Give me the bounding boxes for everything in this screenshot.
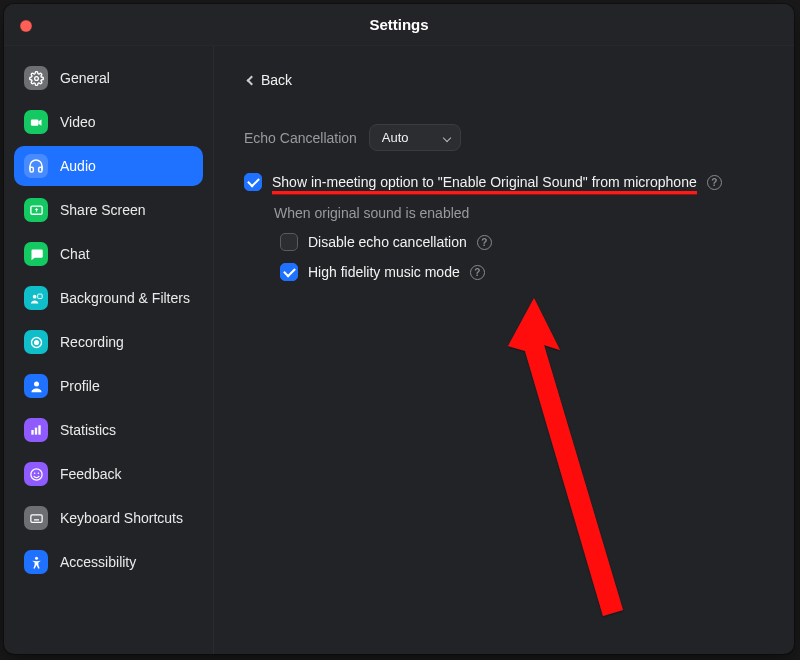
- back-button[interactable]: Back: [244, 66, 296, 94]
- titlebar: Settings: [4, 4, 794, 46]
- accessibility-icon: [24, 550, 48, 574]
- svg-point-3: [32, 294, 36, 298]
- help-icon[interactable]: ?: [477, 235, 492, 250]
- record-icon: [24, 330, 48, 354]
- sidebar-item-feedback[interactable]: Feedback: [14, 454, 203, 494]
- window-body: General Video Audio Share Screen: [4, 46, 794, 654]
- statistics-icon: [24, 418, 48, 442]
- svg-point-6: [34, 340, 38, 344]
- sidebar-item-audio[interactable]: Audio: [14, 146, 203, 186]
- svg-marker-20: [508, 298, 623, 616]
- svg-rect-9: [35, 428, 37, 435]
- sidebar-item-label: Feedback: [60, 466, 121, 482]
- original-sound-subheading: When original sound is enabled: [274, 205, 764, 221]
- svg-rect-14: [30, 514, 41, 522]
- help-icon[interactable]: ?: [707, 175, 722, 190]
- sidebar: General Video Audio Share Screen: [4, 46, 214, 654]
- headphones-icon: [24, 154, 48, 178]
- sidebar-item-label: Video: [60, 114, 96, 130]
- close-window-button[interactable]: [20, 20, 32, 32]
- share-screen-icon: [24, 198, 48, 222]
- sidebar-item-label: Background & Filters: [60, 290, 190, 306]
- sidebar-item-label: Recording: [60, 334, 124, 350]
- sidebar-item-accessibility[interactable]: Accessibility: [14, 542, 203, 582]
- svg-rect-1: [30, 119, 38, 125]
- sidebar-item-video[interactable]: Video: [14, 102, 203, 142]
- sidebar-item-label: Audio: [60, 158, 96, 174]
- high-fidelity-music-mode-checkbox[interactable]: [280, 263, 298, 281]
- high-fidelity-music-mode-label: High fidelity music mode: [308, 264, 460, 280]
- window-title: Settings: [369, 16, 428, 33]
- sidebar-item-general[interactable]: General: [14, 58, 203, 98]
- show-original-sound-checkbox[interactable]: [244, 173, 262, 191]
- svg-point-12: [33, 472, 35, 474]
- back-label: Back: [261, 72, 292, 88]
- disable-echo-cancellation-checkbox[interactable]: [280, 233, 298, 251]
- profile-icon: [24, 374, 48, 398]
- sidebar-item-share-screen[interactable]: Share Screen: [14, 190, 203, 230]
- show-original-sound-label: Show in-meeting option to "Enable Origin…: [272, 174, 697, 190]
- video-icon: [24, 110, 48, 134]
- sidebar-item-label: Accessibility: [60, 554, 136, 570]
- sidebar-item-keyboard-shortcuts[interactable]: Keyboard Shortcuts: [14, 498, 203, 538]
- sidebar-item-label: Chat: [60, 246, 90, 262]
- sidebar-item-label: Statistics: [60, 422, 116, 438]
- keyboard-icon: [24, 506, 48, 530]
- help-icon[interactable]: ?: [470, 265, 485, 280]
- svg-rect-8: [31, 430, 33, 435]
- svg-point-11: [30, 468, 41, 479]
- sidebar-item-label: Keyboard Shortcuts: [60, 510, 183, 526]
- svg-point-19: [35, 556, 38, 559]
- content-pane: Back Echo Cancellation Auto Show in-meet…: [214, 46, 794, 654]
- svg-point-7: [34, 381, 39, 386]
- chat-icon: [24, 242, 48, 266]
- sidebar-item-statistics[interactable]: Statistics: [14, 410, 203, 450]
- chevron-left-icon: [247, 75, 257, 85]
- sidebar-item-label: General: [60, 70, 110, 86]
- feedback-icon: [24, 462, 48, 486]
- sidebar-item-profile[interactable]: Profile: [14, 366, 203, 406]
- background-icon: [24, 286, 48, 310]
- sidebar-item-label: Share Screen: [60, 202, 146, 218]
- echo-cancellation-label: Echo Cancellation: [244, 130, 357, 146]
- echo-cancellation-value: Auto: [382, 130, 409, 145]
- sidebar-item-recording[interactable]: Recording: [14, 322, 203, 362]
- gear-icon: [24, 66, 48, 90]
- sidebar-item-chat[interactable]: Chat: [14, 234, 203, 274]
- svg-point-13: [37, 472, 39, 474]
- sidebar-item-label: Profile: [60, 378, 100, 394]
- annotation-arrow: [508, 298, 658, 628]
- echo-cancellation-select[interactable]: Auto: [369, 124, 461, 151]
- settings-window: Settings General Video Audio: [4, 4, 794, 654]
- svg-rect-4: [37, 294, 41, 298]
- disable-echo-cancellation-label: Disable echo cancellation: [308, 234, 467, 250]
- chevron-down-icon: [443, 134, 451, 142]
- svg-point-0: [34, 76, 38, 80]
- sidebar-item-background-filters[interactable]: Background & Filters: [14, 278, 203, 318]
- svg-rect-10: [38, 425, 40, 434]
